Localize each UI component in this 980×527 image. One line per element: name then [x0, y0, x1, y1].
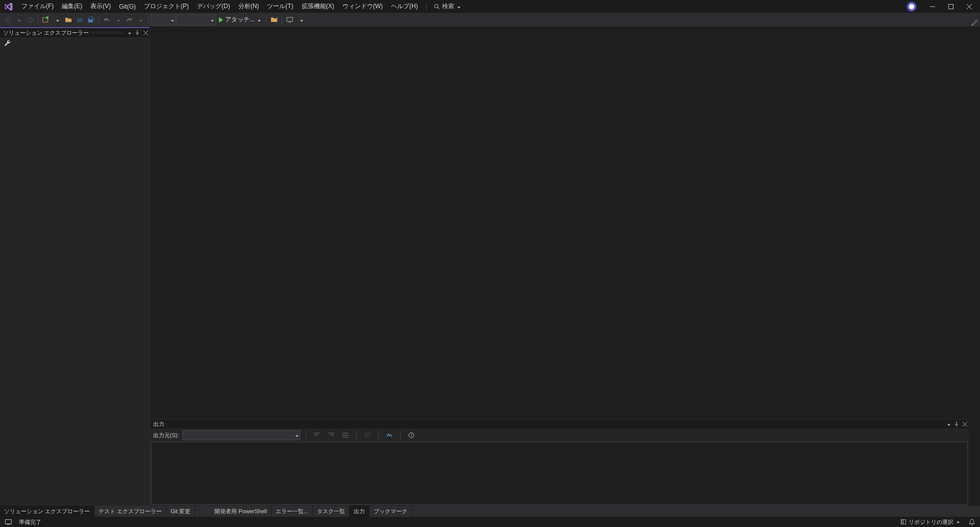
svg-rect-27 [342, 435, 349, 436]
menubar: ファイル(F) 編集(E) 表示(V) Git(G) プロジェクト(P) デバッ… [0, 0, 980, 13]
new-project-button[interactable] [40, 14, 52, 26]
attach-debugger-button[interactable]: アタッチ... [216, 14, 264, 26]
solution-explorer-panel: ソリューション エクスプローラー [0, 27, 150, 506]
menu-view[interactable]: 表示(V) [86, 1, 115, 12]
svg-rect-24 [328, 433, 334, 434]
close-icon[interactable] [961, 420, 969, 428]
status-output-icon[interactable] [3, 519, 14, 525]
svg-rect-23 [314, 435, 318, 436]
solution-platform-combo[interactable] [176, 14, 216, 26]
output-source-label: 出力元(S): [153, 432, 179, 439]
editor-area: 出力 出力元(S): [150, 27, 980, 506]
search-label: 検索 [442, 2, 454, 11]
output-timestamp-icon[interactable] [406, 430, 417, 441]
svg-rect-9 [46, 16, 48, 19]
play-icon [219, 17, 223, 22]
search-icon [434, 4, 440, 10]
menu-edit[interactable]: 編集(E) [58, 1, 86, 12]
chevron-down-icon [456, 3, 460, 10]
svg-rect-28 [342, 437, 349, 438]
panel-options-dropdown[interactable] [125, 29, 133, 37]
svg-rect-10 [79, 17, 81, 19]
repo-select-button[interactable]: リポジトリの選択 [898, 518, 962, 526]
chevron-up-icon [957, 521, 960, 523]
wrench-icon[interactable] [2, 37, 13, 48]
svg-point-7 [28, 17, 33, 22]
bottom-tabs: ソリューション エクスプローラー テスト エクスプローラー Git 変更 開発者… [0, 506, 980, 517]
tab-error-list[interactable]: エラー一覧... [272, 506, 313, 517]
undo-dropdown[interactable] [112, 14, 124, 26]
svg-rect-26 [342, 433, 349, 434]
notifications-icon[interactable] [967, 519, 977, 525]
menu-tools[interactable]: ツール(T) [263, 1, 297, 12]
output-panel: 出力 出力元(S): [150, 419, 969, 506]
close-icon[interactable] [141, 29, 150, 37]
solution-explorer-body[interactable] [0, 48, 150, 506]
status-ready: 準備完了 [19, 518, 41, 526]
chevron-down-icon [257, 16, 261, 23]
tab-solution-explorer[interactable]: ソリューション エクスプローラー [0, 506, 94, 517]
save-all-button[interactable] [85, 14, 96, 26]
new-project-dropdown[interactable] [52, 14, 63, 26]
tab-powershell[interactable]: 開発者用 PowerShell [210, 506, 272, 517]
status-bar: 準備完了 リポジトリの選択 [0, 517, 980, 527]
workspace: ソリューション エクスプローラー 出力 出力元(S): [0, 27, 980, 506]
output-body[interactable] [151, 442, 968, 505]
output-prev-icon[interactable] [311, 430, 323, 441]
solution-config-combo[interactable] [151, 14, 176, 26]
output-toolbar: 出力元(S): [150, 429, 969, 442]
open-file-button[interactable] [63, 14, 74, 26]
menu-file[interactable]: ファイル(F) [17, 1, 58, 12]
repo-icon [900, 519, 906, 525]
output-toggle-icon[interactable] [384, 430, 395, 441]
live-share-button[interactable] [284, 14, 296, 26]
svg-point-0 [434, 4, 438, 8]
undo-button[interactable] [101, 14, 112, 26]
minimize-button[interactable] [924, 1, 941, 12]
menu-analyze[interactable]: 分析(N) [234, 1, 263, 12]
nav-back-dropdown[interactable] [13, 14, 24, 26]
panel-options-dropdown[interactable] [944, 420, 952, 428]
svg-rect-25 [330, 435, 334, 436]
solution-explorer-title-bar[interactable]: ソリューション エクスプローラー [0, 27, 150, 37]
pin-icon[interactable] [952, 420, 961, 428]
maximize-button[interactable] [942, 1, 960, 12]
tab-task-list[interactable]: タスク一覧 [313, 506, 350, 517]
tab-bookmarks[interactable]: ブックマーク [370, 506, 412, 517]
svg-rect-22 [314, 433, 320, 434]
find-in-files-button[interactable] [268, 14, 280, 26]
live-share-dropdown[interactable] [296, 14, 307, 26]
nav-forward-button[interactable] [24, 14, 36, 26]
menu-window[interactable]: ウィンドウ(W) [338, 1, 387, 12]
search-box[interactable]: 検索 [431, 1, 463, 12]
output-source-combo[interactable] [182, 430, 301, 440]
menu-project[interactable]: プロジェクト(P) [140, 1, 193, 12]
redo-dropdown[interactable] [135, 14, 146, 26]
tab-git-changes[interactable]: Git 変更 [166, 506, 195, 517]
menu-separator [426, 3, 427, 10]
solution-explorer-toolbar [0, 37, 150, 48]
menu-extensions[interactable]: 拡張機能(X) [298, 1, 338, 12]
output-clear-icon[interactable] [340, 430, 351, 441]
menu-git[interactable]: Git(G) [115, 2, 140, 12]
vs-logo-icon [3, 1, 14, 12]
feedback-icon[interactable] [969, 17, 980, 28]
redo-button[interactable] [124, 14, 135, 26]
nav-back-button[interactable] [2, 14, 13, 26]
menu-debug[interactable]: デバッグ(D) [193, 1, 234, 12]
pin-icon[interactable] [133, 29, 141, 37]
tab-output[interactable]: 出力 [350, 506, 370, 517]
svg-rect-33 [6, 519, 12, 523]
account-icon[interactable] [906, 2, 917, 12]
close-button[interactable] [961, 1, 978, 12]
attach-label: アタッチ... [225, 15, 255, 24]
output-title-bar[interactable]: 出力 [150, 419, 969, 429]
output-next-icon[interactable] [326, 430, 337, 441]
tab-test-explorer[interactable]: テスト エクスプローラー [94, 506, 166, 517]
menu-help[interactable]: ヘルプ(H) [387, 1, 422, 12]
svg-point-6 [5, 17, 10, 22]
output-wrap-icon[interactable] [362, 430, 373, 441]
save-button[interactable] [74, 14, 85, 26]
solution-explorer-title: ソリューション エクスプローラー [3, 29, 89, 37]
svg-line-1 [437, 7, 439, 9]
